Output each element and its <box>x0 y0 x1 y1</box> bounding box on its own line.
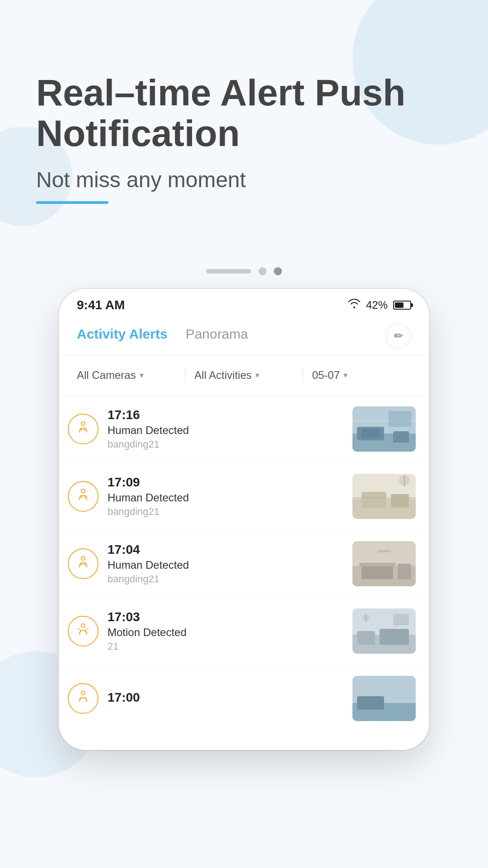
activity-thumbnail <box>352 541 416 586</box>
activity-info: 17:09 Human Detected bangding21 <box>108 475 343 518</box>
pagination-area <box>0 267 488 275</box>
svg-rect-21 <box>398 564 411 580</box>
edit-button[interactable]: ✏ <box>386 323 411 349</box>
battery-icon <box>393 301 411 310</box>
hero-title: Real–time Alert Push Notification <box>36 72 452 154</box>
list-item[interactable]: 17:09 Human Detected bangding21 <box>59 463 429 530</box>
activity-list: 17:16 Human Detected bangding21 <box>59 396 429 732</box>
svg-rect-15 <box>352 497 416 498</box>
phone-mockup: 9:41 AM 42% Activity Alerts Panorama <box>59 289 429 750</box>
activity-info: 17:03 Motion Detected 21 <box>108 610 343 652</box>
activity-info: 17:16 Human Detected bangding21 <box>108 408 343 450</box>
svg-rect-27 <box>380 629 409 645</box>
svg-rect-7 <box>389 411 411 427</box>
svg-point-31 <box>81 691 85 695</box>
list-item[interactable]: 17:03 Motion Detected 21 <box>59 598 429 665</box>
svg-rect-26 <box>357 631 375 645</box>
hero-section: Real–time Alert Push Notification Not mi… <box>0 0 488 231</box>
activity-thumbnail <box>352 676 416 721</box>
activity-info: 17:00 <box>108 690 343 707</box>
human-detection-icon <box>75 487 91 506</box>
tab-bar: Activity Alerts Panorama ✏ <box>59 317 429 355</box>
svg-rect-19 <box>359 563 395 566</box>
hero-underline <box>36 201 108 204</box>
svg-rect-12 <box>391 494 409 508</box>
svg-point-16 <box>81 557 85 560</box>
edit-icon: ✏ <box>394 330 403 342</box>
human-detection-icon <box>75 689 91 708</box>
list-item[interactable]: 17:04 Human Detected bangding21 <box>59 530 429 598</box>
activity-icon-human <box>68 683 99 714</box>
status-right: 42% <box>348 299 411 311</box>
activity-icon-human <box>68 548 99 579</box>
activity-thumbnail <box>352 609 416 654</box>
pagination-dot-2[interactable] <box>274 267 282 275</box>
svg-point-8 <box>81 489 85 493</box>
svg-rect-20 <box>361 566 393 579</box>
motion-detection-icon <box>75 622 91 641</box>
filter-date[interactable]: 05-07 ▾ <box>303 364 420 386</box>
svg-rect-11 <box>361 492 386 508</box>
battery-percent: 42% <box>366 299 388 311</box>
status-time: 9:41 AM <box>77 298 125 312</box>
activity-thumbnail <box>352 406 416 452</box>
tab-activity-alerts[interactable]: Activity Alerts <box>77 326 168 345</box>
tab-panorama[interactable]: Panorama <box>186 326 248 345</box>
human-detection-icon <box>75 554 91 573</box>
svg-rect-30 <box>393 614 409 625</box>
tab-group: Activity Alerts Panorama <box>77 326 248 345</box>
status-bar: 9:41 AM 42% <box>59 289 429 317</box>
filter-bar: All Cameras ▾ All Activities ▾ 05-07 ▾ <box>59 355 429 396</box>
filter-activities[interactable]: All Activities ▾ <box>185 364 302 386</box>
svg-point-23 <box>81 624 85 627</box>
chevron-down-icon: ▾ <box>140 370 144 380</box>
slide-indicator-bar <box>206 269 251 274</box>
svg-rect-4 <box>361 429 380 438</box>
svg-rect-22 <box>377 550 391 552</box>
activity-thumbnail <box>352 474 416 519</box>
list-item[interactable]: 17:00 <box>59 665 429 732</box>
svg-rect-5 <box>393 431 409 443</box>
svg-point-0 <box>81 422 85 425</box>
activity-icon-motion <box>68 616 99 646</box>
filter-cameras[interactable]: All Cameras ▾ <box>68 364 185 386</box>
pagination-dot-1[interactable] <box>258 267 267 275</box>
activity-icon-human <box>68 414 99 444</box>
human-detection-icon <box>75 420 91 439</box>
svg-rect-34 <box>357 696 384 710</box>
chevron-down-icon: ▾ <box>343 370 347 380</box>
wifi-icon <box>348 299 361 311</box>
list-item[interactable]: 17:16 Human Detected bangding21 <box>59 396 429 463</box>
battery-fill <box>395 302 404 308</box>
chevron-down-icon: ▾ <box>255 370 259 380</box>
activity-icon-human <box>68 481 99 512</box>
activity-info: 17:04 Human Detected bangding21 <box>108 542 343 585</box>
hero-subtitle: Not miss any moment <box>36 167 452 192</box>
